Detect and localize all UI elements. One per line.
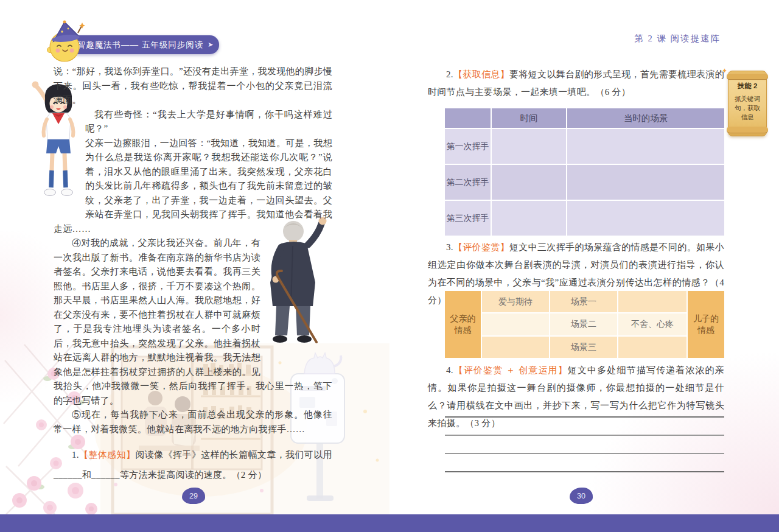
son-emotion-cell: 不舍、心疼 bbox=[618, 313, 686, 335]
reading-passage: 说：“那好，我送你到弄堂口。”还没有走出弄堂，我发现他的脚步慢下来。回头一看，我… bbox=[54, 65, 332, 485]
header-banner: 智趣魔法书—— 五年级同步阅读 ➤ bbox=[46, 18, 228, 62]
table-cell-scene bbox=[567, 201, 724, 236]
table-right-header: 儿子的情感 bbox=[688, 291, 724, 358]
page-number: 29 bbox=[189, 492, 198, 500]
banner-arrow-icon: ➤ bbox=[208, 41, 214, 49]
father-emotion-cell bbox=[482, 313, 549, 335]
scene-label-cell: 场景一 bbox=[550, 291, 617, 312]
scene-table: 时间 当时的场景 第一次挥手 第二次挥手 第三次挥手 bbox=[445, 108, 724, 236]
text-wrap-spacer bbox=[260, 266, 332, 369]
question-tag: 【整体感知】 bbox=[79, 450, 136, 460]
table-cell-time bbox=[492, 129, 566, 164]
question-number: 1. bbox=[72, 450, 79, 460]
bottom-bar bbox=[0, 514, 779, 532]
scene-label-cell: 场景二 bbox=[550, 313, 617, 335]
page-number-badge: 30 bbox=[570, 488, 593, 504]
series-title: 智趣魔法书—— 五年级同步阅读 bbox=[77, 40, 204, 51]
question-1: 1.【整体感知】阅读像《挥手》这样的长篇幅文章，我们可以用______和____… bbox=[54, 445, 332, 485]
question-tag: 【评价鉴赏 ＋ 创意运用】 bbox=[453, 365, 568, 375]
son-emotion-cell bbox=[618, 337, 686, 358]
question-tag: 【获取信息】 bbox=[453, 69, 509, 79]
left-page: 智趣魔法书—— 五年级同步阅读 ➤ bbox=[0, 0, 390, 514]
table-cell-time bbox=[492, 201, 566, 236]
sparkle-icon: ✦ bbox=[722, 67, 727, 75]
father-emotion-cell bbox=[482, 337, 549, 358]
passage-paragraph-5: ⑤现在，每当我静下心来，面前总会出现父亲的形象。他像往常一样，对着我微笑。他就站… bbox=[54, 408, 332, 436]
scene-label-cell: 场景三 bbox=[550, 337, 617, 358]
answer-line bbox=[445, 471, 724, 472]
page-number-badge: 29 bbox=[182, 488, 205, 504]
question-number: 2. bbox=[446, 69, 453, 79]
table-row-label: 第一次挥手 bbox=[445, 129, 491, 164]
question-number: 3. bbox=[446, 242, 453, 252]
father-emotion-cell: 爱与期待 bbox=[482, 291, 549, 312]
skill-scroll-badge: 技能 2 抓关键词句，获取信息 bbox=[728, 71, 767, 136]
question-2: 2.【获取信息】要将短文以舞台剧的形式呈现，首先需要梳理表演的时间节点与主要场景… bbox=[428, 66, 724, 101]
answer-line bbox=[445, 416, 724, 418]
table-row-label: 第二次挥手 bbox=[445, 165, 491, 200]
passage-paragraph-2: 我有些奇怪：“我去上大学是好事情啊，你干吗这样难过呢？” bbox=[54, 108, 332, 136]
question-number: 4. bbox=[446, 365, 453, 375]
skill-badge-text: 抓关键词句，获取信息 bbox=[728, 94, 766, 122]
page-number: 30 bbox=[577, 492, 585, 500]
table-cell-scene bbox=[567, 165, 724, 200]
table-left-header: 父亲的情感 bbox=[445, 291, 481, 358]
table-cell-time bbox=[492, 165, 566, 200]
answer-line bbox=[445, 453, 724, 454]
answer-line bbox=[445, 435, 724, 436]
table-header-cell: 当时的场景 bbox=[567, 108, 724, 128]
son-emotion-cell bbox=[618, 291, 686, 312]
wizard-mascot-icon bbox=[46, 19, 86, 63]
table-cell-scene bbox=[567, 129, 724, 164]
table-header-cell: 时间 bbox=[492, 108, 566, 128]
question-tag: 【评价鉴赏】 bbox=[453, 242, 509, 252]
table-row-label: 第三次挥手 bbox=[445, 201, 491, 236]
book-spread: ✦ ✦ ✦ bbox=[0, 0, 779, 532]
right-page: 第 2 课 阅读提速阵 2.【获取信息】要将短文以舞台剧的形式呈现，首先需要梳理… bbox=[390, 0, 779, 514]
table-header-cell bbox=[445, 108, 491, 128]
text-wrap-spacer bbox=[54, 108, 85, 212]
chapter-header: 第 2 课 阅读提速阵 bbox=[634, 33, 721, 44]
skill-badge-title: 技能 2 bbox=[728, 82, 766, 91]
passage-paragraph-1: 说：“那好，我送你到弄堂口。”还没有走出弄堂，我发现他的脚步慢下来。回头一看，我… bbox=[54, 65, 332, 108]
series-title-pill: 智趣魔法书—— 五年级同步阅读 ➤ bbox=[72, 35, 219, 54]
emotion-table: 父亲的情感 爱与期待 场景一 场景二 不舍、心疼 场景三 儿子的情感 bbox=[445, 291, 724, 358]
question-4: 4.【评价鉴赏 ＋ 创意运用】短文中多处细节描写传递着浓浓的亲情。如果你是拍摄这… bbox=[428, 362, 724, 432]
passage-paragraph-3: 父亲一边擦眼泪，一边回答：“我知道，我知道。可是，我想为什么总是我送你离开家呢？… bbox=[54, 136, 332, 237]
